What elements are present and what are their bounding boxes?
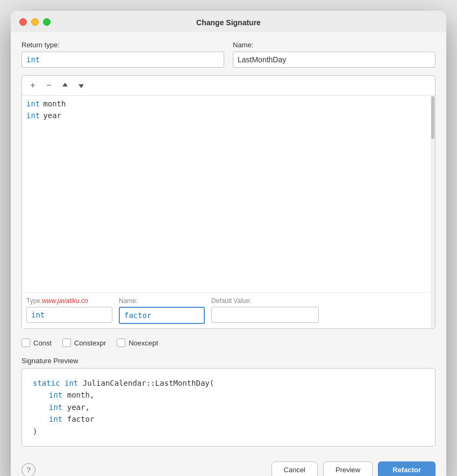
param-name-year: year <box>43 111 61 120</box>
year-param: year, <box>67 403 90 412</box>
param-type-year: int <box>26 111 40 120</box>
traffic-lights <box>19 18 51 26</box>
preview-button[interactable]: Preview <box>323 461 373 476</box>
preview-line-3: int year, <box>49 401 424 413</box>
const-label: Const <box>33 339 52 347</box>
checkboxes-row: Const Constexpr Noexcept <box>22 336 435 349</box>
preview-line-5: ) <box>33 425 424 437</box>
return-type-name-row: Return type: Name: <box>22 41 435 68</box>
param-name-month: month <box>43 99 66 108</box>
noexcept-checkbox[interactable] <box>117 338 125 347</box>
signature-preview-section: Signature Preview static int JulianCalen… <box>22 357 435 446</box>
maximize-button[interactable] <box>43 18 51 26</box>
name-detail-label: Name: <box>119 297 205 305</box>
scrollbar-thumb[interactable] <box>431 96 434 139</box>
type-detail-group: Type:www.javatiku.cn <box>26 297 112 323</box>
preview-line-4: int factor <box>49 413 424 425</box>
preview-line-1: static int JulianCalendar::LastMonthDay( <box>33 377 424 389</box>
month-param: month, <box>67 391 95 399</box>
preview-title: Signature Preview <box>22 357 435 365</box>
static-keyword: static <box>33 379 60 387</box>
preview-box: static int JulianCalendar::LastMonthDay(… <box>22 368 435 446</box>
scrollbar-track[interactable] <box>431 95 435 328</box>
param-detail-row: Type:www.javatiku.cn Name: Default Value… <box>22 292 435 328</box>
default-detail-group: Default Value: <box>211 297 319 323</box>
constexpr-checkbox-item[interactable]: Constexpr <box>62 338 106 347</box>
param-default-input[interactable] <box>211 307 319 323</box>
constexpr-checkbox[interactable] <box>62 338 71 347</box>
return-type-group: Return type: <box>22 41 224 68</box>
add-param-button[interactable]: + <box>26 79 39 92</box>
move-up-icon <box>61 82 69 89</box>
param-row-year[interactable]: int year <box>26 110 431 121</box>
cancel-button[interactable]: Cancel <box>272 461 318 476</box>
const-checkbox[interactable] <box>22 338 30 347</box>
footer-right: Cancel Preview Refactor <box>272 461 435 476</box>
return-type-input[interactable] <box>22 52 224 68</box>
closing-paren: ) <box>33 427 37 436</box>
constexpr-label: Constexpr <box>74 339 106 347</box>
int-keyword-year: int <box>49 403 62 412</box>
param-type-month: int <box>26 99 40 108</box>
return-type-label: Return type: <box>22 41 224 49</box>
name-detail-group: Name: <box>119 297 205 324</box>
footer-left: ? <box>22 463 35 477</box>
noexcept-checkbox-item[interactable]: Noexcept <box>117 338 158 347</box>
params-toolbar: + − <box>22 76 435 96</box>
int-keyword-line1: int <box>65 379 78 387</box>
param-name-input[interactable] <box>119 307 205 324</box>
preview-line-2: int month, <box>49 389 424 401</box>
name-group: Name: <box>233 41 435 68</box>
close-button[interactable] <box>19 18 27 26</box>
dialog-title: Change Signature <box>196 18 261 27</box>
dialog-content: Return type: Name: + − <box>11 32 446 455</box>
svg-marker-1 <box>78 84 84 88</box>
remove-param-button[interactable]: − <box>42 79 55 92</box>
move-down-button[interactable] <box>75 79 88 92</box>
refactor-button[interactable]: Refactor <box>378 461 435 476</box>
function-sig-text: JulianCalendar::LastMonthDay( <box>83 379 214 387</box>
watermark-text: www.javatiku.cn <box>42 297 88 305</box>
factor-param: factor <box>67 415 95 423</box>
help-button[interactable]: ? <box>22 463 35 477</box>
noexcept-label: Noexcept <box>128 339 158 347</box>
default-detail-label: Default Value: <box>211 297 319 305</box>
type-detail-label: Type:www.javatiku.cn <box>26 297 112 305</box>
name-label: Name: <box>233 41 435 49</box>
param-type-input[interactable] <box>26 307 112 323</box>
const-checkbox-item[interactable]: Const <box>22 338 52 347</box>
params-list: int month int year <box>22 96 435 292</box>
move-up-button[interactable] <box>59 79 72 92</box>
change-signature-dialog: Change Signature Return type: Name: + − <box>11 11 446 476</box>
type-label-text: Type: <box>26 297 42 305</box>
param-row-month[interactable]: int month <box>26 98 431 110</box>
dialog-footer: ? Cancel Preview Refactor <box>11 455 446 476</box>
svg-marker-0 <box>62 83 68 86</box>
move-down-icon <box>77 82 85 89</box>
function-name-input[interactable] <box>233 52 435 68</box>
minimize-button[interactable] <box>31 18 39 26</box>
int-keyword-month: int <box>49 391 62 399</box>
title-bar: Change Signature <box>11 11 446 32</box>
parameters-section: + − int month <box>22 75 435 329</box>
int-keyword-factor: int <box>49 415 62 423</box>
